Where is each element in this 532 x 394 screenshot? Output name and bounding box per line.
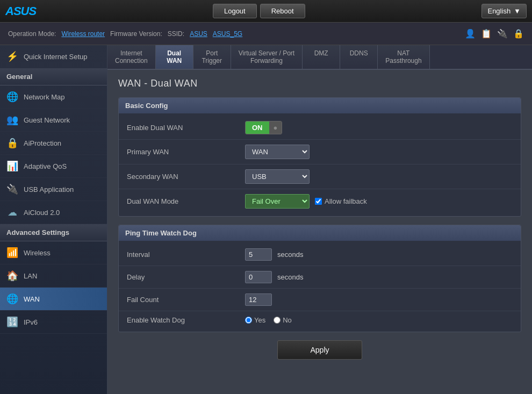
watchdog-no-radio[interactable] [274,317,281,324]
interval-input[interactable] [245,248,272,261]
tab-label-dmz: DMZ [314,49,328,57]
tab-dual-wan[interactable]: DualWAN [156,45,193,69]
logout-button[interactable]: Logout [213,4,257,18]
sidebar-label-aicloud: AiCloud 2.0 [24,209,60,217]
primary-wan-control: WAN USB LAN [245,145,310,159]
dual-wan-mode-label: Dual WAN Mode [127,197,245,205]
sidebar-advanced-header: Advanced Settings [0,224,107,241]
watchdog-yes-label[interactable]: Yes [245,316,265,324]
sidebar-label-guest-network: Guest Network [24,116,70,124]
tab-virtual-server[interactable]: Virtual Server / PortForwarding [231,45,303,69]
tab-dmz[interactable]: DMZ [303,45,340,69]
ssid-value: ASUS [190,30,207,38]
language-selector[interactable]: English ▼ [481,4,527,18]
lan-icon: 🏠 [6,270,18,282]
no-text: No [283,316,292,324]
sidebar-item-quick-internet-setup[interactable]: ⚡ Quick Internet Setup [0,45,107,68]
delay-control: seconds [245,271,303,283]
content-area: InternetConnection DualWAN PortTrigger V… [107,45,532,394]
sidebar-item-guest-network[interactable]: 👥 Guest Network [0,109,107,132]
sidebar-item-lan[interactable]: 🏠 LAN [0,264,107,288]
enable-dual-wan-toggle[interactable]: ON ● [245,121,282,134]
sidebar-item-wireless[interactable]: 📶 Wireless [0,241,107,264]
sidebar-item-adaptive-qos[interactable]: 📊 Adaptive QoS [0,155,107,178]
copy-icon: 📋 [481,28,492,39]
tab-label-nat-passthrough: NATPassthrough [385,49,421,65]
allow-failback-checkbox[interactable] [315,198,322,205]
basic-config-header: Basic Config [119,98,521,113]
sidebar-label-lan: LAN [24,272,37,280]
sidebar-item-aiprotection[interactable]: 🔒 AiProtection [0,132,107,155]
sidebar-label-wan: WAN [24,295,40,303]
sidebar-label-wireless: Wireless [24,249,51,257]
enable-dual-wan-row: Enable Dual WAN ON ● [119,116,521,140]
tab-label-internet-connection: InternetConnection [115,49,148,65]
secondary-wan-select[interactable]: USB WAN LAN [245,169,310,184]
secondary-wan-label: Secondary WAN [127,173,245,181]
sidebar-label-ipv6: IPv6 [24,318,38,326]
fail-count-label: Fail Count [127,296,245,304]
op-mode-label: Operation Mode: [8,30,56,38]
allow-failback-text: Allow failback [325,197,367,205]
dual-wan-mode-control: Fail Over Load Balance Allow failback [245,194,367,209]
sidebar-item-wan[interactable]: 🌐 WAN [0,288,107,311]
sidebar-label-aiprotection: AiProtection [24,139,61,147]
topbar-buttons: Logout Reboot [213,4,305,18]
allow-failback-label[interactable]: Allow failback [315,197,367,205]
secondary-wan-row: Secondary WAN USB WAN LAN [119,164,521,189]
yes-text: Yes [254,316,265,324]
enable-watchdog-row: Enable Watch Dog Yes No [119,311,521,329]
interval-row: Interval seconds [119,243,521,266]
interval-control: seconds [245,248,303,261]
main-layout: ⚡ Quick Internet Setup General 🌐 Network… [0,45,532,394]
dual-wan-mode-select[interactable]: Fail Over Load Balance [245,194,310,209]
statusbar-icons: 👤 📋 🔌 🔒 [465,28,524,39]
delay-unit: seconds [277,273,303,281]
lock-icon: 🔒 [513,28,524,39]
watchdog-yes-radio[interactable] [245,317,252,324]
delay-input[interactable] [245,271,272,283]
sidebar-item-aicloud[interactable]: ☁ AiCloud 2.0 [0,201,107,224]
tab-internet-connection[interactable]: InternetConnection [107,45,156,69]
enable-watchdog-control: Yes No [245,316,292,324]
primary-wan-select[interactable]: WAN USB LAN [245,145,310,159]
sidebar: ⚡ Quick Internet Setup General 🌐 Network… [0,45,107,394]
enable-watchdog-label: Enable Watch Dog [127,316,245,324]
watchdog-radio-group: Yes No [245,316,292,324]
toggle-off-label: ● [269,121,282,134]
adaptive-qos-icon: 📊 [6,160,18,172]
chevron-down-icon: ▼ [514,7,521,15]
sidebar-item-usb-application[interactable]: 🔌 USB Application [0,178,107,201]
tabs: InternetConnection DualWAN PortTrigger V… [107,45,532,70]
sidebar-item-network-map[interactable]: 🌐 Network Map [0,85,107,109]
fw-label: Firmware Version: [110,30,162,38]
tab-label-ddns: DDNS [350,49,368,57]
tab-ddns[interactable]: DDNS [340,45,378,69]
basic-config-body: Enable Dual WAN ON ● Primary WAN [119,113,521,216]
reboot-button[interactable]: Reboot [260,4,305,18]
statusbar: Operation Mode: Wireless router Firmware… [0,23,532,45]
tab-port-trigger[interactable]: PortTrigger [193,45,231,69]
ping-watchdog-header: Ping Time Watch Dog [119,225,521,241]
enable-dual-wan-label: Enable Dual WAN [127,124,245,132]
network-map-icon: 🌐 [6,91,18,103]
primary-wan-row: Primary WAN WAN USB LAN [119,140,521,164]
usb-app-icon: 🔌 [6,183,18,195]
basic-config-section: Basic Config Enable Dual WAN ON ● [118,97,521,217]
logo-text: ASUS [5,4,36,18]
dual-wan-mode-row: Dual WAN Mode Fail Over Load Balance All… [119,189,521,213]
apply-button[interactable]: Apply [277,340,362,360]
sidebar-item-ipv6[interactable]: 🔢 IPv6 [0,311,107,334]
op-mode-value: Wireless router [61,30,105,38]
usb-icon: 🔌 [497,28,508,39]
primary-wan-label: Primary WAN [127,148,245,156]
ssid-5g-value: ASUS_5G [213,30,242,38]
guest-network-icon: 👥 [6,114,18,126]
fail-count-input[interactable] [245,293,272,306]
sidebar-general-header: General [0,68,107,85]
quick-setup-icon: ⚡ [6,51,18,62]
watchdog-no-label[interactable]: No [274,316,292,324]
enable-dual-wan-control: ON ● [245,121,282,134]
tab-label-virtual-server: Virtual Server / PortForwarding [239,49,294,65]
tab-nat-passthrough[interactable]: NATPassthrough [378,45,429,69]
